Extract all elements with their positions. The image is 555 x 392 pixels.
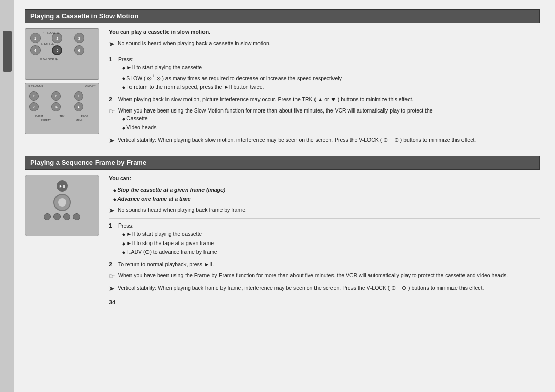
page-number: 34 <box>109 298 540 307</box>
s2-step1-intro: Press: <box>118 222 134 229</box>
section1-intro-bold: You can play a cassette in slow motion. <box>109 28 540 36</box>
section2-bullet-1: Stop the cassette at a given frame (imag… <box>113 186 540 194</box>
section2-arrow2-text: Vertical stability: When playing back fr… <box>118 284 484 292</box>
section2-header: Playing a Sequence Frame by Frame <box>25 156 540 170</box>
section1-arrow1: ➤ No sound is heard when playing back a … <box>109 40 540 49</box>
vcr-btn-2: 2 <box>52 33 62 43</box>
section1-arrow1-text: No sound is heard when playing back a ca… <box>118 40 271 48</box>
section1-arrow2-text: Vertical stability: When playing back sl… <box>118 136 476 144</box>
note1-bullet-2: Video heads <box>122 124 433 132</box>
divider-1 <box>109 52 540 52</box>
note1-bullets: Cassette Video heads <box>118 115 433 132</box>
section2-arrow1: ➤ No sound is heard when playing back fr… <box>109 206 540 216</box>
section1-arrow2: ➤ Vertical stability: When playing back … <box>109 136 540 146</box>
vcr-btn-6: 6 <box>74 45 84 55</box>
section1-content: You can play a cassette in slow motion. … <box>109 28 540 148</box>
step1-bullet-1: ►II to start playing the cassette <box>122 64 342 72</box>
remote-playback-row <box>44 213 80 220</box>
section2-step2: 2 To return to normal playback, press ►I… <box>109 260 540 269</box>
section2-device-images: ►II <box>25 175 101 306</box>
section2-intro-bullets: Stop the cassette at a given frame (imag… <box>109 186 540 203</box>
s2-step1-bullet-3: F.ADV (⊙) to advance frame by frame <box>122 248 217 256</box>
s2-step1-bullets: ►II to start playing the cassette ►II to… <box>118 230 217 256</box>
section1-note1: ☞ When you have been using the Slow Moti… <box>109 107 540 133</box>
section2-arrow2: ➤ Vertical stability: When playing back … <box>109 284 540 294</box>
main-content: Playing a Cassette in Slow Motion ← SLOW… <box>14 0 555 392</box>
arrow-right-icon-2: ➤ <box>109 136 115 146</box>
note-icon-2: ☞ <box>109 271 115 282</box>
remote-play-pause: ►II <box>57 180 68 192</box>
remote-top-row: ►II <box>57 180 68 192</box>
vcr-bottom-btn-9: 9 <box>74 91 83 101</box>
arrow-right-icon-1: ➤ <box>109 39 115 49</box>
vcr-top-image: ← SLOW ⊕ 1 2 3 4 5 6 ← SHUTTLE → ⊕ V-LOC… <box>25 28 99 80</box>
section1-header: Playing a Cassette in Slow Motion <box>25 9 540 23</box>
step1-intro: Press: <box>118 56 134 62</box>
remote-image: ►II <box>25 175 99 236</box>
section2-content: You can: Stop the cassette at a given fr… <box>109 175 540 306</box>
section2-arrow1-text: No sound is heard when playing back fram… <box>118 206 247 214</box>
step2-text: When playing back in slow motion, pictur… <box>118 96 413 104</box>
vcr-bottom-btn-r: ▲ <box>74 102 83 111</box>
section2-note1: ☞ When you have been using the Frame-by-… <box>109 272 540 282</box>
note-icon-1: ☞ <box>109 106 115 117</box>
vcr-bottom-btn-0: 0 <box>29 102 39 111</box>
note1-text: When you have been using the Slow Motion… <box>118 107 433 114</box>
step1-bullet-list: ►II to start playing the cassette SLOW (… <box>118 64 342 91</box>
section-slow-motion: Playing a Cassette in Slow Motion ← SLOW… <box>25 9 540 148</box>
s2-step2-num: 2 <box>109 260 115 269</box>
section-frame-by-frame: Playing a Sequence Frame by Frame ►II <box>25 156 540 306</box>
s2-step1-num: 1 <box>109 222 115 257</box>
s2-step1-bullet-2: ►II to stop the tape at a given frame <box>122 239 217 248</box>
remote-fadv <box>73 213 80 220</box>
vcr-bottom-btn-m: ⊕ <box>51 102 61 111</box>
s2-note1-text: When you have been using the Frame-by-Fr… <box>118 272 508 280</box>
sidebar-tab <box>3 31 12 72</box>
section2-step1: 1 Press: ►II to start playing the casset… <box>109 222 540 257</box>
vcr-btn-4: 4 <box>30 45 41 55</box>
step2-num: 2 <box>109 96 115 104</box>
vcr-btn-3: 3 <box>74 33 84 43</box>
note1-bullet-1: Cassette <box>122 115 433 123</box>
remote-rew <box>44 213 51 220</box>
remote-nav-inner <box>58 198 66 207</box>
vlock-label: ⊕ V-LOCK ⊕ <box>40 57 58 61</box>
vcr-btn-5: 5 <box>52 45 62 55</box>
section2-title: Playing a Sequence Frame by Frame <box>30 159 146 166</box>
step1-bullet-2: SLOW ( ⊙+ ⊙ ) as many times as required … <box>122 73 342 82</box>
remote-ff <box>63 213 70 220</box>
remote-nav-ring <box>53 194 71 211</box>
s2-step2-text: To return to normal playback, press ►II. <box>118 260 214 269</box>
section1-step2: 2 When playing back in slow motion, pict… <box>109 96 540 104</box>
arrow-right-icon-3: ➤ <box>109 206 115 216</box>
vcr-bottom-btn-8: 8 <box>51 91 61 101</box>
step1-bullet-3: To return to the normal speed, press the… <box>122 83 342 91</box>
vcr-bottom-image: ⊕ V-LOCK ⊕DISPLAY 7 8 9 0 ⊕ ▲ INPUTTRKPR… <box>25 83 99 134</box>
shuttle-label: ← SHUTTLE → <box>36 42 59 45</box>
section2-bullet-2: Advance one frame at a time <box>113 195 540 203</box>
arrow-right-icon-4: ➤ <box>109 284 115 294</box>
section1-title: Playing a Cassette in Slow Motion <box>30 12 138 20</box>
remote-stop <box>53 213 61 220</box>
divider-2 <box>109 218 540 219</box>
step1-num: 1 <box>109 55 115 92</box>
section1-device-images: ← SLOW ⊕ 1 2 3 4 5 6 ← SHUTTLE → ⊕ V-LOC… <box>25 28 101 148</box>
vcr-bottom-btn-7: 7 <box>29 91 39 101</box>
slow-label: ← SLOW ⊕ <box>43 31 59 34</box>
s2-step1-bullet-1: ►II to start playing the cassette <box>122 230 217 238</box>
vcr-btn-1: 1 <box>30 33 41 43</box>
vcr-row-labels: INPUTTRKPROG <box>25 115 99 118</box>
sidebar <box>0 0 14 392</box>
section1-step1: 1 Press: ►II to start playing the casset… <box>109 55 540 92</box>
section2-intro-bold: You can: <box>109 175 540 183</box>
